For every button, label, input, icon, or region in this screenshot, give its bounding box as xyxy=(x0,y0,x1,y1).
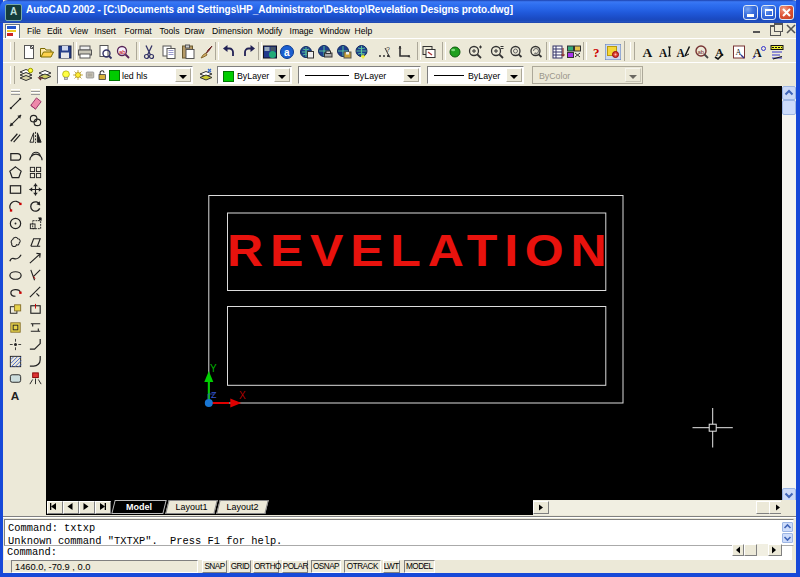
svg-text:Z: Z xyxy=(211,390,217,400)
svg-text:Y: Y xyxy=(210,363,217,374)
svg-text:?: ? xyxy=(386,46,390,53)
svg-text:X: X xyxy=(239,390,246,401)
svg-text:A: A xyxy=(643,45,653,60)
svg-text:A: A xyxy=(716,46,724,58)
svg-text:?: ? xyxy=(593,45,600,60)
svg-text:ab: ab xyxy=(698,49,705,55)
svg-text:A: A xyxy=(677,47,686,59)
svg-text:REVELATION: REVELATION xyxy=(227,227,613,275)
svg-text:A: A xyxy=(11,390,20,403)
svg-text:a: a xyxy=(284,47,290,58)
svg-text:A: A xyxy=(736,48,742,57)
svg-text:ab: ab xyxy=(119,49,126,55)
svg-text:A: A xyxy=(659,47,668,59)
